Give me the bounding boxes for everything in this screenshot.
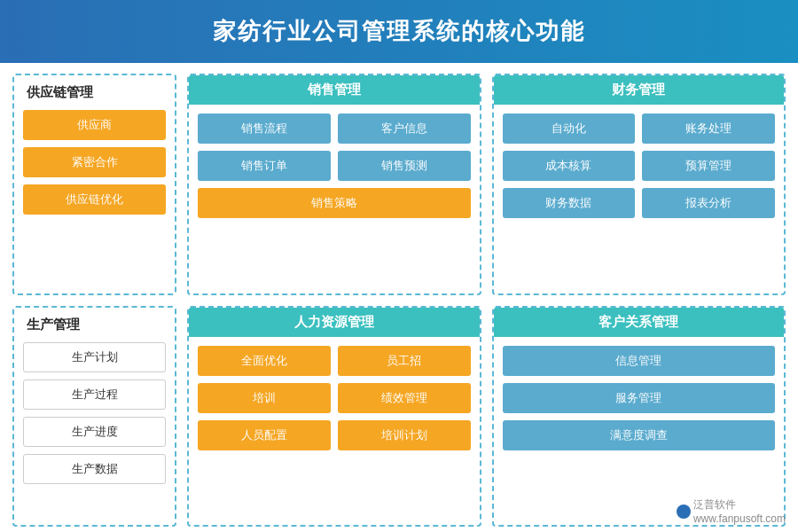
finance-btn-4[interactable]: 财务数据 xyxy=(503,188,636,218)
hr-title: 人力资源管理 xyxy=(189,308,480,337)
sales-btn-0[interactable]: 销售流程 xyxy=(198,113,331,144)
sales-row-2: 销售订单 销售预测 xyxy=(198,151,471,181)
prod-btn-3[interactable]: 生产数据 xyxy=(23,454,166,484)
prod-btn-2[interactable]: 生产进度 xyxy=(23,417,166,447)
supply-btn-0[interactable]: 供应商 xyxy=(23,110,166,140)
sales-row-1: 销售流程 客户信息 xyxy=(198,113,471,144)
sales-title: 销售管理 xyxy=(189,75,480,105)
prod-btn-0[interactable]: 生产计划 xyxy=(23,342,166,372)
crm-section: 客户关系管理 信息管理 服务管理 满意度调查 xyxy=(492,306,786,528)
hr-section: 人力资源管理 全面优化 员工招 培训 绩效管理 人员配置 培训计划 xyxy=(187,306,481,528)
hr-btn-2[interactable]: 培训 xyxy=(198,383,331,413)
finance-row-3: 财务数据 报表分析 xyxy=(503,188,776,218)
supply-chain-buttons: 供应商 紧密合作 供应链优化 xyxy=(23,110,166,285)
production-title: 生产管理 xyxy=(23,317,166,333)
sales-btn-4[interactable]: 销售策略 xyxy=(198,188,471,218)
finance-btn-1[interactable]: 账务处理 xyxy=(642,113,775,144)
finance-title: 财务管理 xyxy=(494,75,785,105)
finance-btn-5[interactable]: 报表分析 xyxy=(642,188,775,218)
crm-buttons: 信息管理 服务管理 满意度调查 xyxy=(503,346,776,450)
sales-btn-1[interactable]: 客户信息 xyxy=(338,113,471,144)
finance-btn-3[interactable]: 预算管理 xyxy=(642,151,775,181)
hr-row-3: 人员配置 培训计划 xyxy=(198,420,471,450)
prod-btn-1[interactable]: 生产过程 xyxy=(23,379,166,410)
supply-chain-title: 供应链管理 xyxy=(23,84,166,101)
finance-section: 财务管理 自动化 账务处理 成本核算 预算管理 财务数据 报表分析 xyxy=(492,74,786,295)
crm-btn-0[interactable]: 信息管理 xyxy=(503,346,776,376)
finance-btn-0[interactable]: 自动化 xyxy=(503,113,636,144)
sales-section: 销售管理 销售流程 客户信息 销售订单 销售预测 销售策略 xyxy=(187,74,481,295)
production-section: 生产管理 生产计划 生产过程 生产进度 生产数据 xyxy=(12,306,176,528)
supply-chain-section: 供应链管理 供应商 紧密合作 供应链优化 xyxy=(12,74,176,295)
hr-btn-5[interactable]: 培训计划 xyxy=(338,420,471,450)
sales-row-3: 销售策略 xyxy=(198,188,471,218)
watermark: 泛普软件 www.fanpusoft.com xyxy=(677,497,786,525)
watermark-logo xyxy=(677,505,691,519)
hr-btn-3[interactable]: 绩效管理 xyxy=(338,383,471,413)
crm-btn-1[interactable]: 服务管理 xyxy=(503,383,776,413)
hr-row-1: 全面优化 员工招 xyxy=(198,346,471,376)
hr-btn-1[interactable]: 员工招 xyxy=(338,346,471,376)
watermark-text: 泛普软件 www.fanpusoft.com xyxy=(693,497,786,525)
production-buttons: 生产计划 生产过程 生产进度 生产数据 xyxy=(23,342,166,517)
hr-btn-4[interactable]: 人员配置 xyxy=(198,420,331,450)
supply-btn-2[interactable]: 供应链优化 xyxy=(23,184,166,215)
supply-btn-1[interactable]: 紧密合作 xyxy=(23,147,166,177)
sales-btn-3[interactable]: 销售预测 xyxy=(338,151,471,181)
sales-btn-2[interactable]: 销售订单 xyxy=(198,151,331,181)
crm-title: 客户关系管理 xyxy=(494,308,785,337)
finance-row-2: 成本核算 预算管理 xyxy=(503,151,776,181)
finance-row-1: 自动化 账务处理 xyxy=(503,113,776,144)
hr-row-2: 培训 绩效管理 xyxy=(198,383,471,413)
header-title: 家纺行业公司管理系统的核心功能 xyxy=(213,18,585,44)
crm-btn-2[interactable]: 满意度调查 xyxy=(503,420,776,450)
finance-btn-2[interactable]: 成本核算 xyxy=(503,151,636,181)
header: 家纺行业公司管理系统的核心功能 xyxy=(0,0,798,63)
hr-btn-0[interactable]: 全面优化 xyxy=(198,346,331,376)
